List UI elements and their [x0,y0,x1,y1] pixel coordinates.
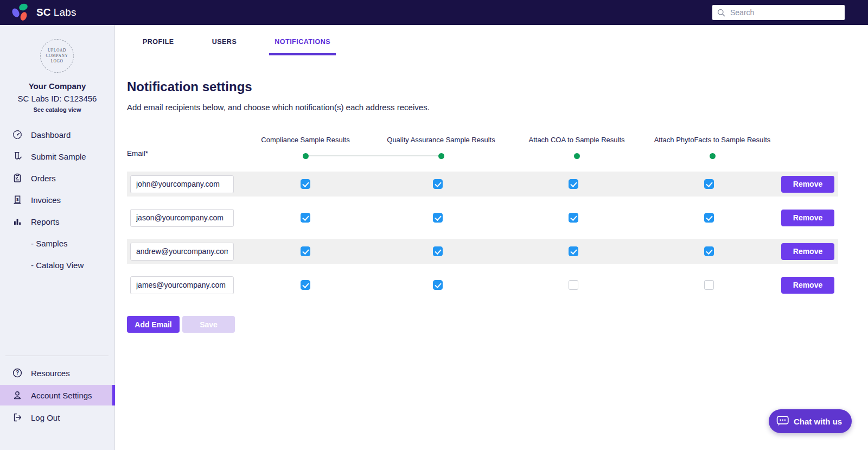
page-subtitle: Add email recipients below, and choose w… [127,103,430,112]
email-input[interactable] [130,276,234,294]
tab-notifications[interactable]: NOTIFICATIONS [269,35,336,55]
question-circle-icon: ? [12,367,23,378]
checkbox-compliance-sample-results[interactable] [301,213,310,223]
green-dot-indicator [303,153,309,159]
remove-button[interactable]: Remove [781,243,834,260]
checkbox-attach-coa[interactable] [569,246,578,256]
sidebar: UPLOAD COMPANY LOGO Your Company SC Labs… [0,25,115,450]
email-cell [127,243,241,261]
person-icon [12,390,23,401]
green-dot-indicator [574,153,580,159]
checkbox-attach-phytofacts[interactable] [704,213,714,223]
upload-logo-text: COMPANY [46,53,68,59]
checkbox-attach-coa[interactable] [569,213,578,223]
upload-company-logo-button[interactable]: UPLOAD COMPANY LOGO [40,39,74,73]
test-tube-icon [12,151,23,162]
green-dot-indicator [438,153,444,159]
checkbox-compliance-sample-results[interactable] [301,246,310,256]
topbar: SCLabs [0,0,868,25]
checkbox-compliance-sample-results[interactable] [301,179,310,189]
page-title: Notification settings [127,79,252,94]
sidebar-item-catalog-view[interactable]: - Catalog View [0,254,114,276]
table-row: Remove [127,239,838,264]
bar-chart-icon [12,216,23,227]
checkbox-compliance-sample-results[interactable] [301,280,310,290]
upload-logo-text: LOGO [50,59,63,64]
sidebar-item-label: Invoices [31,195,61,205]
email-cell [127,209,241,227]
upload-logo-text: UPLOAD [48,48,66,53]
remove-button[interactable]: Remove [781,277,834,294]
dot-connector-line [305,155,441,156]
clipboard-icon [12,173,23,183]
sidebar-divider [5,356,108,356]
brand-logo: SCLabs [12,2,76,23]
checkbox-quality-assurance-sample-results[interactable] [433,213,443,223]
email-cell [127,175,241,193]
sidebar-item-label: Log Out [31,413,60,422]
chat-with-us-button[interactable]: Chat with us [769,409,852,433]
sidebar-bottom-nav: ? Resources Account Settings [0,362,114,428]
invoice-icon: $ [12,194,23,205]
checkbox-quality-assurance-sample-results[interactable] [433,179,443,189]
email-column-label: Email* [127,149,148,157]
brand-name: SCLabs [36,7,76,18]
sidebar-nav: Dashboard Submit Sample [0,124,114,276]
sidebar-item-account-settings[interactable]: Account Settings [0,385,114,405]
company-name: Your Company [0,81,114,91]
sidebar-item-label: Resources [31,369,70,378]
sidebar-item-samples[interactable]: - Samples [0,232,114,254]
chat-label: Chat with us [794,417,842,426]
save-button[interactable]: Save [182,316,235,333]
sidebar-item-dashboard[interactable]: Dashboard [0,124,114,145]
search-input[interactable] [730,8,840,17]
company-id: SC Labs ID: C123456 [0,94,114,103]
sidebar-item-label: Reports [31,217,60,226]
sidebar-item-label: Submit Sample [31,152,86,161]
email-input[interactable] [130,175,234,193]
remove-button[interactable]: Remove [781,176,834,193]
chat-bubble-icon [776,415,789,427]
sidebar-item-label: Dashboard [31,130,71,140]
search-box [712,5,845,20]
table-row: Remove [127,172,838,197]
remove-button[interactable]: Remove [781,210,834,226]
email-rows: Remove Remove Remove Remove [127,172,838,306]
checkbox-quality-assurance-sample-results[interactable] [433,246,443,256]
sidebar-item-label: - Catalog View [31,261,84,270]
brand-name-light: Labs [54,7,76,18]
sidebar-item-invoices[interactable]: $ Invoices [0,189,114,211]
add-email-button[interactable]: Add Email [127,316,180,333]
email-input[interactable] [130,243,234,261]
sidebar-item-label: - Samples [31,239,68,248]
checkbox-attach-phytofacts[interactable] [704,280,714,290]
green-dot-indicator [710,153,716,159]
see-catalog-view-link[interactable]: See catalog view [0,106,114,113]
sidebar-item-reports[interactable]: Reports [0,211,114,232]
checkbox-quality-assurance-sample-results[interactable] [433,280,443,290]
logout-icon [12,412,23,423]
app-window: SCLabs UPLOAD COMPANY LOGO Your Company … [0,0,868,450]
checkbox-attach-coa[interactable] [569,280,578,290]
sidebar-item-label: Orders [31,174,56,183]
table-actions: Add Email Save [127,316,235,333]
search-icon [717,8,726,17]
checkbox-attach-phytofacts[interactable] [704,179,714,189]
tab-users[interactable]: USERS [207,35,242,55]
table-row: Remove [127,272,838,297]
tab-profile[interactable]: PROFILE [137,35,180,55]
table-row: Remove [127,205,838,230]
email-input[interactable] [130,209,234,227]
main-content: PROFILE USERS NOTIFICATIONS Notification… [115,25,868,450]
svg-text:$: $ [16,197,19,202]
sidebar-item-submit-sample[interactable]: Submit Sample [0,145,114,167]
sidebar-item-orders[interactable]: Orders [0,167,114,189]
column-header-phytofacts: Attach PhytoFacts to Sample Results [626,136,799,144]
checkbox-attach-phytofacts[interactable] [704,246,714,256]
tab-strip: PROFILE USERS NOTIFICATIONS [137,35,363,55]
sidebar-item-resources[interactable]: ? Resources [0,362,114,384]
dashboard-gauge-icon [12,129,23,140]
sidebar-item-label: Account Settings [31,391,92,400]
sidebar-item-log-out[interactable]: Log Out [0,407,114,428]
checkbox-attach-coa[interactable] [569,179,578,189]
